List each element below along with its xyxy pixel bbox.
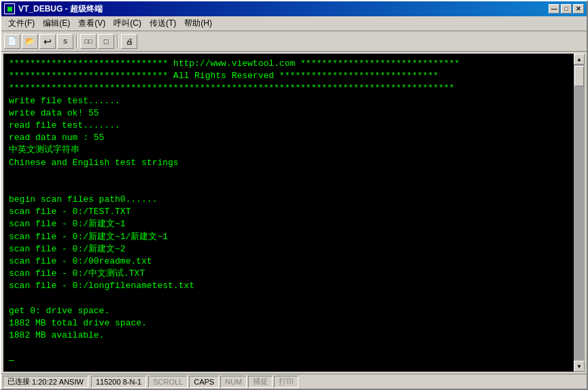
statusbar: 已连接 1:20:22 ANSIW 115200 8-N-1 SCROLL CA… [1,374,587,389]
scroll-track[interactable] [574,65,585,361]
menu-view[interactable]: 查看(V) [74,16,109,31]
menu-file[interactable]: 文件(F) [4,16,39,31]
terminal-container: ****************************** http://ww… [1,52,587,374]
titlebar: ▣ VT_DEBUG - 超级终端 — □ ✕ [1,1,587,16]
status-baud: 115200 8-N-1 [91,376,146,388]
menubar: 文件(F) 编辑(E) 查看(V) 呼叫(C) 传送(T) 帮助(H) [1,16,587,31]
status-connected: 已连接 1:20:22 ANSIW [3,376,88,388]
scroll-thumb[interactable] [574,66,584,86]
toolbar-multiwindow-btn[interactable]: □□ [80,34,97,49]
toolbar-sep-2 [117,35,118,48]
close-button[interactable]: ✕ [573,4,584,14]
terminal[interactable]: ****************************** http://ww… [3,54,574,372]
titlebar-buttons: — □ ✕ [549,4,584,14]
toolbar-s-btn[interactable]: S [57,34,73,49]
terminal-content: ****************************** http://ww… [9,58,568,367]
main-window: ▣ VT_DEBUG - 超级终端 — □ ✕ 文件(F) 编辑(E) 查看(V… [0,0,588,390]
menu-transfer[interactable]: 传送(T) [145,16,180,31]
status-print[interactable]: 打印 [274,376,298,388]
window-icon: ▣ [4,3,15,14]
status-capture[interactable]: 捕捉 [248,376,273,388]
toolbar-print-btn[interactable]: 🖨 [121,34,137,49]
status-num: NUM [220,376,247,388]
toolbar-back-btn[interactable]: ↩ [39,34,56,49]
menu-help[interactable]: 帮助(H) [180,16,216,31]
toolbar-new-btn[interactable]: 📄 [4,34,20,49]
minimize-button[interactable]: — [549,4,559,14]
toolbar-sep-1 [76,35,77,48]
status-caps: CAPS [189,376,219,388]
status-scroll: SCROLL [148,376,188,388]
toolbar-open-btn[interactable]: 📂 [22,34,38,49]
toolbar-window-btn[interactable]: □ [98,34,114,49]
scroll-up-btn[interactable]: ▲ [574,54,585,65]
menu-call[interactable]: 呼叫(C) [109,16,145,31]
scroll-down-btn[interactable]: ▼ [574,361,585,372]
vertical-scrollbar[interactable]: ▲ ▼ [574,54,585,372]
maximize-button[interactable]: □ [561,4,572,14]
toolbar: 📄 📂 ↩ S □□ □ 🖨 [1,31,587,52]
window-title: VT_DEBUG - 超级终端 [18,3,103,15]
menu-edit[interactable]: 编辑(E) [39,16,74,31]
titlebar-left: ▣ VT_DEBUG - 超级终端 [4,3,103,15]
